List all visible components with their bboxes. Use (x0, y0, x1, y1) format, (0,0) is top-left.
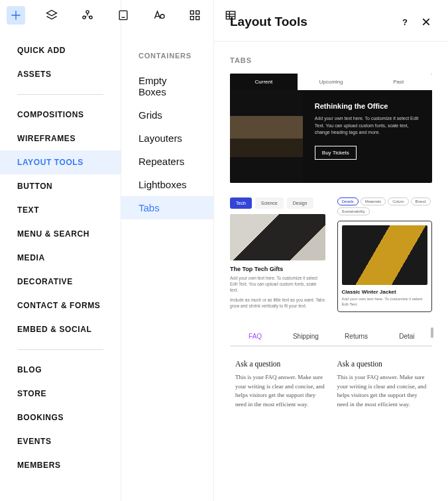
preview-tab: Colors (388, 197, 408, 205)
faq-question: Ask a question (235, 360, 325, 368)
tabs-preset-pills[interactable]: TechScienceDesign The Top Tech Gifts Add… (230, 197, 325, 313)
preview-tab: Design (287, 197, 313, 209)
preview-tab: Science (255, 197, 284, 209)
divider (17, 94, 103, 95)
preview-tab: Detai (382, 327, 432, 345)
section-label: TABS (230, 56, 432, 64)
preview-tab: Upcoming (298, 74, 365, 90)
category-item[interactable]: EVENTS (0, 429, 121, 453)
preview-tab: Returns (331, 327, 382, 345)
preview-heading: Classic Winter Jacket (342, 289, 428, 295)
category-sidebar: QUICK ADDASSETSCOMPOSITIONSWIREFRAMESLAY… (0, 0, 121, 501)
svg-rect-5 (190, 11, 194, 14)
tabs-preset-tags[interactable]: DetailsMaterialsColorsBrandSustainabilit… (337, 197, 433, 313)
category-item[interactable]: WIREFRAMES (0, 127, 121, 150)
layers-icon[interactable] (42, 6, 61, 25)
preview-body: Add your own text here. To customize it … (342, 297, 428, 307)
preview-heading: Rethinking the Office (315, 102, 420, 110)
preview-tab: Sustainability (337, 207, 370, 215)
tabs-preset-dark[interactable]: CurrentUpcomingPast Rethinking the Offic… (230, 74, 432, 183)
category-item[interactable]: BLOG (0, 358, 121, 382)
preview-tab: Details (337, 197, 359, 205)
category-item[interactable]: EMBED & SOCIAL (0, 317, 121, 341)
preview-tab: Shipping (280, 327, 331, 345)
category-item[interactable]: LAYOUT TOOLS (0, 150, 121, 174)
category-item[interactable]: MEDIA (0, 246, 121, 270)
svg-rect-7 (190, 17, 194, 20)
subcategory-item[interactable]: Empty Boxes (121, 69, 213, 103)
plus-icon[interactable] (7, 6, 25, 25)
text-style-icon[interactable] (150, 6, 168, 25)
preview-tab: Past (364, 74, 432, 90)
svg-rect-8 (196, 17, 199, 20)
preview-tab: FAQ (230, 327, 280, 345)
preview-image (230, 214, 325, 260)
preview-body: Add your own text here. To customize it … (230, 275, 325, 293)
subcategory-item[interactable]: Tabs (121, 196, 213, 219)
preview-body: Include as much or as little text as you… (230, 297, 325, 309)
preview-body: Add your own text here. To customize it … (315, 115, 420, 137)
category-item[interactable]: ASSETS (0, 62, 121, 86)
category-item[interactable]: MENU & SEARCH (0, 222, 121, 246)
divider (17, 349, 103, 350)
category-item[interactable]: MEMBERS (0, 453, 121, 477)
category-item[interactable]: CONTACT & FORMS (0, 294, 121, 317)
preview-tab: Tech (230, 197, 252, 209)
preview-image (342, 225, 428, 285)
category-item[interactable]: BUTTON (0, 174, 121, 198)
svg-rect-3 (119, 11, 127, 19)
scroll-indicator (431, 327, 433, 338)
faq-question: Ask a question (337, 360, 427, 368)
preview-heading: The Top Tech Gifts (230, 266, 325, 272)
table-icon[interactable] (221, 6, 240, 25)
preview-tab: Brand (411, 197, 431, 205)
svg-point-4 (160, 15, 164, 19)
top-toolbar (0, 0, 448, 30)
preview-image (230, 90, 303, 183)
category-item[interactable]: DECORATIVE (0, 270, 121, 294)
category-item[interactable]: COMPOSITIONS (0, 103, 121, 127)
subcategory-item[interactable]: Lightboxes (121, 173, 213, 196)
svg-rect-9 (226, 11, 235, 19)
sublist-heading: CONTAINERS (121, 38, 213, 69)
faq-answer: This is your FAQ answer. Make sure your … (235, 373, 325, 409)
preview-tab: Current (230, 74, 298, 90)
preview-panel: Layout Tools ? TABS CurrentUpcomingPast … (214, 0, 448, 501)
category-item[interactable]: BOOKINGS (0, 406, 121, 429)
category-item[interactable]: QUICK ADD (0, 38, 121, 62)
faq-answer: This is your FAQ answer. Make sure your … (337, 373, 427, 409)
category-item[interactable]: TEXT (0, 198, 121, 222)
subcategory-item[interactable]: Grids (121, 103, 213, 127)
svg-point-0 (86, 11, 89, 13)
preview-button: Buy Tickets (315, 146, 357, 160)
subcategory-list: CONTAINERS Empty BoxesGridsLayoutersRepe… (121, 0, 214, 501)
preview-tab: Materials (361, 197, 386, 205)
grid-icon[interactable] (186, 6, 204, 25)
category-item[interactable]: STORE (0, 382, 121, 406)
page-icon[interactable] (114, 6, 133, 25)
components-icon[interactable] (78, 6, 97, 25)
tabs-preset-faq[interactable]: FAQShippingReturnsDetai Ask a question T… (230, 327, 432, 409)
subcategory-item[interactable]: Layouters (121, 127, 213, 150)
subcategory-item[interactable]: Repeaters (121, 150, 213, 173)
svg-rect-6 (196, 11, 199, 14)
